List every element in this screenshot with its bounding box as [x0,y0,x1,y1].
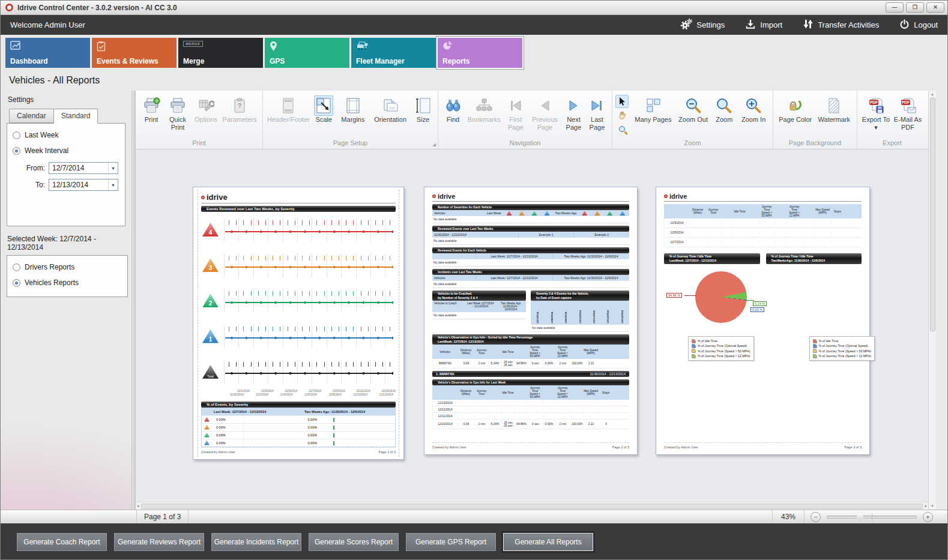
header-footer-icon [282,95,295,116]
zoom-in-button[interactable]: Zoom In [737,94,770,124]
horizontal-scrollbar[interactable]: ◂ ▸ [136,502,928,510]
transfer-activities-button[interactable]: Transfer Activities [803,19,879,31]
severity-4-badge: 4 [202,223,219,236]
app-header: Welcome Admin User Settings Import Trans… [1,15,947,35]
scroll-left-icon[interactable]: ◂ [137,504,139,508]
generate-all-reports-button[interactable]: Generate All Reports [503,533,593,551]
options-button: Options [192,94,220,124]
generate-incidents-report-button[interactable]: Generate Incidents Report [211,533,301,551]
tab-gps[interactable]: GPS [265,38,349,68]
vertical-scroll-thumb[interactable] [930,98,935,331]
import-button[interactable]: Import [745,19,782,31]
severity-2-badge: 2 [202,294,219,307]
severity-3-icon [594,211,600,215]
scale-button[interactable]: Scale [311,94,337,124]
page-color-icon [787,95,804,116]
sidebar-splitter[interactable] [131,91,136,510]
zoom-slider[interactable] [827,516,917,519]
tab-reports[interactable]: Reports [438,38,522,68]
logout-button[interactable]: Logout [899,19,938,31]
vehicles-reports-radio[interactable]: Vehicles Reports [13,278,122,287]
quick-print-button[interactable]: Quick Print [164,94,192,131]
gear-icon [680,19,692,31]
timeline-chart-total [224,360,393,384]
week-interval-radio[interactable]: Week Interval [13,146,119,155]
zoom-region-tool-button[interactable] [615,122,629,136]
many-pages-button[interactable]: Many Pages [631,94,675,124]
last-page-button[interactable]: Last Page [585,94,609,131]
severity-4-timeline: 4 [201,212,396,247]
generate-gps-report-button[interactable]: Generate GPS Report [406,533,496,551]
optimal-swatch [813,344,817,348]
tab-dashboard[interactable]: Dashboard [5,38,90,68]
app-icon [5,4,13,11]
section-header: Events Reviewed over Last Two Weeks, by … [201,206,396,212]
generate-reviews-report-button[interactable]: Generate Reviews Report [114,533,204,551]
maximize-button[interactable]: ❐ [906,2,924,13]
size-button[interactable]: Size [411,94,435,124]
vertical-scrollbar[interactable]: ▴ ▾ [928,91,936,510]
email-as-pdf-button[interactable]: PDF E-Mail As PDF [892,94,924,131]
print-group: ? Print Quick Print Options ? Parameters [136,91,263,149]
events-by-severity-table: Last Week: 12/7/2014 - 12/13/2014 Two We… [201,408,396,447]
sidebar-title: Settings [8,95,131,104]
report-page-1[interactable]: idrive Events Reviewed over Last Two Wee… [193,187,404,460]
tab-fleet-manager[interactable]: Fleet Manager [351,38,436,68]
dialog-launcher-icon[interactable]: ◢ [433,142,436,147]
pie-headers-row: % of Journey Time / Idle TimeLastWeek: 1… [664,253,862,264]
generate-scores-report-button[interactable]: Generate Scores Report [309,533,399,551]
horizontal-scroll-thumb[interactable] [141,504,923,509]
report-page-3[interactable]: idrive Distance (Miles)Journey TimeIdle … [656,187,870,455]
page-color-button[interactable]: Page Color [776,94,815,124]
next-page-button[interactable]: Next Page [562,94,585,131]
map-pin-icon [270,41,345,54]
print-button[interactable]: ? Print [139,94,164,124]
export-to-button[interactable]: PDF Export To ▾ [860,94,892,131]
zoom-slider-thumb[interactable] [857,513,863,522]
idrive-logo-icon [201,196,205,199]
zoom-in-button-small[interactable]: + [923,512,933,522]
pointer-tool-button[interactable] [615,95,629,108]
scroll-down-icon[interactable]: ▾ [931,504,934,508]
merge-icon: MERGE [183,41,203,47]
pie-legend: % of Idle Time % of Journey Time (Optima… [688,336,754,361]
close-button[interactable]: ✕ [926,2,944,13]
preview-canvas[interactable]: idrive Events Reviewed over Last Two Wee… [136,149,928,502]
generate-coach-report-button[interactable]: Generate Coach Report [17,533,107,551]
severity-3-timeline: 3 [201,247,396,283]
from-date-select[interactable]: 12/7/2014 ▼ [49,162,118,174]
tab-events-reviews[interactable]: Events & Reviews [92,38,177,68]
minimize-button[interactable]: — [886,2,904,13]
gps-table-continued: Distance (Miles)Journey TimeIdle TimeJou… [664,204,862,247]
binoculars-icon [445,95,462,116]
severity-2-icon [204,433,210,438]
zoom-button[interactable]: Zoom [711,94,737,124]
scroll-right-icon[interactable]: ▸ [925,504,927,508]
zoom-out-button-small[interactable]: − [811,512,821,522]
report-page-2[interactable]: idrive Number of Severities for Each Veh… [424,187,638,455]
dashboard-icon [10,41,85,53]
orientation-button[interactable]: Orientation [369,94,411,124]
hand-tool-button[interactable] [615,109,629,122]
find-button[interactable]: Find [441,94,465,124]
preview-toolbar: ? Print Quick Print Options ? Parameters [136,91,928,149]
margins-button[interactable]: Margins [337,94,369,124]
watermark-button[interactable]: Watermark [815,94,854,124]
reviewed-events-two-weeks-section: Reviewed Events over Last Two Weeks 11/3… [432,226,629,245]
tab-calendar[interactable]: Calendar [9,109,54,123]
timeline-chart-severity-3 [224,253,393,277]
tab-standard[interactable]: Standard [53,109,98,124]
scroll-up-icon[interactable]: ▴ [931,92,934,97]
zoom-group: Many Pages Zoom Out Zoom Zoom In [612,91,773,149]
drivers-reports-radio[interactable]: Drivers Reports [13,263,122,271]
chevron-down-icon: ▼ [108,179,118,190]
table-row: 12/13/2014 [432,400,629,406]
tab-merge[interactable]: MERGE Merge [178,38,263,68]
size-icon [415,95,431,116]
settings-button[interactable]: Settings [680,19,725,31]
to-date-select[interactable]: 12/13/2014 ▼ [49,179,118,191]
zoom-out-button[interactable]: Zoom Out [675,94,711,124]
table-row: BMW740i0.092 min5.24%25 min 26 sec94.86%… [432,359,629,369]
gps-last-week-section: Vehicle's Observation in Gps Info for La… [432,379,629,429]
last-week-radio[interactable]: Last Week [13,131,119,139]
